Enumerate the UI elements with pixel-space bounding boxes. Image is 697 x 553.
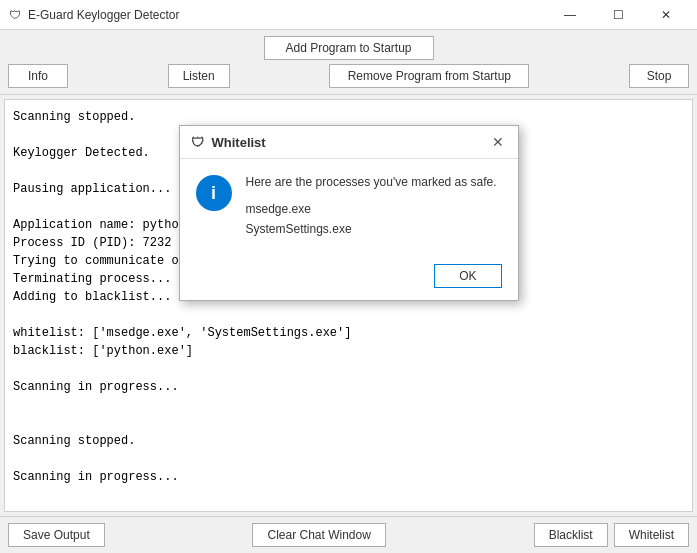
- modal-content: Here are the processes you've marked as …: [246, 175, 502, 240]
- maximize-button[interactable]: ☐: [595, 0, 641, 30]
- modal-processes: msedge.exeSystemSettings.exe: [246, 199, 502, 240]
- modal-titlebar: 🛡 Whitelist ✕: [180, 126, 518, 159]
- toolbar-row-top: Add Program to Startup: [8, 36, 689, 60]
- app-title: E-Guard Keylogger Detector: [28, 8, 179, 22]
- modal-title-left: 🛡 Whitelist: [190, 134, 266, 150]
- modal-description: Here are the processes you've marked as …: [246, 175, 502, 189]
- info-icon: i: [196, 175, 232, 211]
- modal-overlay: 🛡 Whitelist ✕ i Here are the processes y…: [0, 95, 697, 516]
- info-button[interactable]: Info: [8, 64, 68, 88]
- remove-startup-button[interactable]: Remove Program from Startup: [329, 64, 529, 88]
- blacklist-button[interactable]: Blacklist: [534, 523, 608, 547]
- clear-chat-button[interactable]: Clear Chat Window: [252, 523, 385, 547]
- process-item: SystemSettings.exe: [246, 219, 502, 239]
- footer-right: Blacklist Whitelist: [534, 523, 689, 547]
- footer: Save Output Clear Chat Window Blacklist …: [0, 516, 697, 553]
- save-output-button[interactable]: Save Output: [8, 523, 105, 547]
- ok-button[interactable]: OK: [434, 264, 501, 288]
- listen-button[interactable]: Listen: [168, 64, 230, 88]
- minimize-button[interactable]: —: [547, 0, 593, 30]
- whitelist-button[interactable]: Whitelist: [614, 523, 689, 547]
- toolbar: Add Program to Startup Info Listen Remov…: [0, 30, 697, 95]
- modal-body: i Here are the processes you've marked a…: [180, 159, 518, 256]
- toolbar-row-bottom: Info Listen Remove Program from Startup …: [8, 64, 689, 88]
- stop-button[interactable]: Stop: [629, 64, 689, 88]
- titlebar-left: 🛡 E-Guard Keylogger Detector: [8, 8, 179, 22]
- main-area: Scanning stopped. Keylogger Detected. Pa…: [0, 95, 697, 516]
- titlebar: 🛡 E-Guard Keylogger Detector — ☐ ✕: [0, 0, 697, 30]
- add-startup-button[interactable]: Add Program to Startup: [264, 36, 434, 60]
- shield-icon: 🛡: [190, 134, 206, 150]
- modal-footer: OK: [180, 256, 518, 300]
- titlebar-controls: — ☐ ✕: [547, 0, 689, 30]
- modal-close-button[interactable]: ✕: [488, 132, 508, 152]
- process-item: msedge.exe: [246, 199, 502, 219]
- close-button[interactable]: ✕: [643, 0, 689, 30]
- whitelist-modal: 🛡 Whitelist ✕ i Here are the processes y…: [179, 125, 519, 301]
- modal-title: Whitelist: [212, 135, 266, 150]
- app-icon: 🛡: [8, 8, 22, 22]
